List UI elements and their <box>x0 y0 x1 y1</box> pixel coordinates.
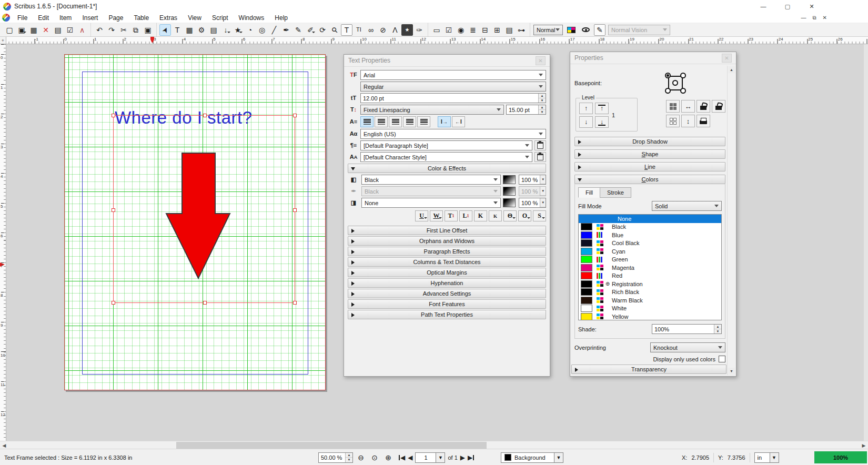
font-family-select[interactable]: Arial <box>360 70 546 80</box>
basepoint-center[interactable] <box>672 80 678 86</box>
section-colors[interactable]: Colors <box>574 175 725 184</box>
menu-help[interactable]: Help <box>269 13 293 23</box>
superscript-button[interactable]: L1 <box>459 210 472 221</box>
color-item-black[interactable]: Black <box>579 223 721 231</box>
open-document-icon[interactable]: ▣ <box>16 24 27 36</box>
align-justify-button[interactable] <box>403 116 416 127</box>
background-shade-spinner[interactable]: 100 %▼ <box>519 198 546 208</box>
undo-icon[interactable]: ↶ <box>94 24 105 36</box>
section-drop-shadow[interactable]: Drop Shadow <box>574 137 725 146</box>
redo-icon[interactable]: ↷ <box>106 24 117 36</box>
minimize-button[interactable]: — <box>751 0 775 13</box>
preview-mode-icon[interactable] <box>580 24 591 36</box>
paste-icon[interactable]: ▣ <box>142 24 154 36</box>
unit-dropdown-icon[interactable]: ▼ <box>770 452 779 463</box>
pdf-checkbox-icon[interactable]: ☑ <box>443 24 455 36</box>
linespacing-mode-select[interactable]: Fixed Linespacing <box>360 105 504 115</box>
color-item-none[interactable]: None <box>579 215 721 223</box>
section-advanced-settings[interactable]: Advanced Settings <box>348 289 546 298</box>
pdf-combo-box-icon[interactable]: ⊟ <box>479 24 491 36</box>
rotate-item-icon[interactable]: ⟳ <box>317 24 328 36</box>
preflight-verifier-icon[interactable]: ☑ <box>64 24 76 36</box>
character-style-select[interactable]: [Default Character Style] <box>360 152 532 162</box>
story-editor-icon[interactable]: TI <box>353 24 365 36</box>
direction-rtl-button[interactable]: ←I <box>452 116 465 127</box>
overprinting-select[interactable]: Knockout <box>650 342 725 352</box>
insert-freehand-line-icon[interactable]: ✎ <box>292 24 304 36</box>
basepoint-top-left[interactable] <box>665 73 671 78</box>
handle-bottom-right[interactable] <box>293 301 297 305</box>
shadow-button[interactable]: S <box>533 210 546 221</box>
tab-fill[interactable]: Fill <box>578 187 600 198</box>
menu-script[interactable]: Script <box>207 13 234 23</box>
first-page-button[interactable]: ◀ <box>398 454 405 461</box>
direction-ltr-button[interactable]: I→ <box>438 116 451 127</box>
section-transparency[interactable]: Transparency <box>571 365 726 374</box>
basepoint-selector[interactable] <box>665 73 686 94</box>
background-shade-swatch[interactable] <box>503 198 516 207</box>
menu-insert[interactable]: Insert <box>77 13 103 23</box>
strikethrough-button[interactable]: Θ <box>503 210 517 221</box>
section-columns-text-distances[interactable]: Columns & Text Distances <box>348 257 546 267</box>
background-color-select[interactable]: None <box>361 198 501 208</box>
align-force-justify-button[interactable] <box>417 116 430 127</box>
new-document-icon[interactable]: ▢ <box>4 24 15 36</box>
menu-extras[interactable]: Extras <box>154 13 183 23</box>
handle-middle-right[interactable] <box>293 208 297 212</box>
save-document-icon[interactable]: ▦ <box>28 24 39 36</box>
ruler-origin-button[interactable]: + <box>0 37 6 44</box>
basepoint-bottom-right[interactable] <box>680 88 686 94</box>
section-shape[interactable]: Shape <box>574 149 725 159</box>
font-size-spinner[interactable]: 12.00 pt▲▼ <box>360 93 546 103</box>
color-item-registration[interactable]: ⊕Registration <box>579 280 721 288</box>
section-hyphenation[interactable]: Hyphenation <box>348 278 546 288</box>
menu-page[interactable]: Page <box>103 13 128 23</box>
menu-view[interactable]: View <box>183 13 207 23</box>
color-management-icon[interactable] <box>566 24 577 36</box>
scrollbar-thumb[interactable] <box>176 442 487 449</box>
paragraph-style-select[interactable]: [Default Paragraph Style] <box>360 140 532 150</box>
zoom-out-icon[interactable]: ⊖ <box>355 452 367 463</box>
previous-page-button[interactable]: ◀ <box>408 454 412 461</box>
copy-item-properties-icon[interactable]: ★ <box>401 24 413 36</box>
remove-paragraph-style-button[interactable] <box>534 140 546 150</box>
color-item-blue[interactable]: Blue <box>579 231 721 239</box>
raise-level-button[interactable]: ↑ <box>579 103 593 114</box>
edit-contents-icon[interactable]: T <box>341 24 352 36</box>
current-page-input[interactable]: 1 <box>415 452 436 463</box>
align-left-button[interactable] <box>360 116 374 127</box>
insert-spiral-icon[interactable]: ◎ <box>256 24 268 36</box>
link-text-frames-icon[interactable]: ∞ <box>365 24 377 36</box>
basepoint-top-right[interactable] <box>680 73 686 78</box>
zoom-level-spinner[interactable]: 50.00 %▲▼ <box>318 452 353 463</box>
flip-vertical-button[interactable]: ↕ <box>681 115 695 127</box>
tab-stroke[interactable]: Stroke <box>600 187 631 198</box>
menu-table[interactable]: Table <box>128 13 154 23</box>
insert-arc-icon[interactable]: ◔ <box>244 24 256 36</box>
fill-shade-spinner[interactable]: 100 %▼ <box>519 175 546 185</box>
insert-render-frame-icon[interactable]: ⚙ <box>196 24 207 36</box>
close-panel-icon[interactable]: ✕ <box>722 54 732 63</box>
handle-top-center[interactable] <box>203 114 207 117</box>
enable-printing-button[interactable] <box>697 115 710 127</box>
unit-select[interactable]: in <box>754 452 770 463</box>
menu-edit[interactable]: Edit <box>33 13 54 23</box>
handle-bottom-center[interactable] <box>203 301 207 305</box>
align-center-button[interactable] <box>375 116 388 127</box>
insert-bezier-curve-icon[interactable]: ✒ <box>280 24 292 36</box>
color-item-rich-black[interactable]: Rich Black <box>579 288 721 297</box>
vertical-ruler[interactable]: 0123456789101112 <box>0 44 6 441</box>
color-item-white[interactable]: White <box>579 305 721 313</box>
section-paragraph-effects[interactable]: Paragraph Effects <box>348 247 546 256</box>
print-document-icon[interactable]: ▤ <box>52 24 64 36</box>
ungroup-button[interactable] <box>666 115 680 127</box>
scroll-down-icon[interactable]: ▼ <box>728 368 735 375</box>
insert-polygon-icon[interactable]: ★ <box>232 24 244 36</box>
insert-calligraphic-line-icon[interactable]: ✐ <box>305 24 316 36</box>
color-item-yellow[interactable]: Yellow <box>579 312 721 320</box>
copy-icon[interactable]: ⧉ <box>130 24 142 36</box>
zoom-in-icon[interactable]: ⊕ <box>382 452 394 463</box>
section-optical-margins[interactable]: Optical Margins <box>348 268 546 277</box>
lower-to-bottom-button[interactable]: ↓ <box>595 116 609 128</box>
linespacing-value-spinner[interactable]: 15.00 pt▲▼ <box>506 105 546 115</box>
